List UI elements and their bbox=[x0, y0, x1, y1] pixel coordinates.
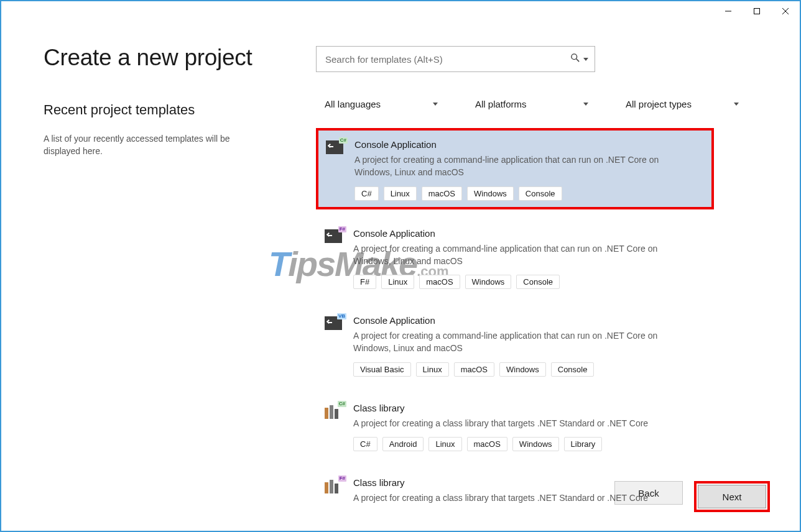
class-library-icon: F# bbox=[325, 479, 345, 493]
templates-list: C#Console ApplicationA project for creat… bbox=[316, 128, 757, 519]
window-titlebar bbox=[1, 1, 800, 21]
recent-empty-text: A list of your recently accessed templat… bbox=[44, 133, 267, 157]
filter-platform[interactable]: All platforms bbox=[466, 94, 595, 113]
console-icon: C# bbox=[326, 140, 346, 155]
language-badge: C# bbox=[338, 401, 346, 407]
svg-rect-1 bbox=[754, 9, 760, 14]
template-item[interactable]: C#Class libraryA project for creating a … bbox=[316, 393, 714, 459]
template-tag: Android bbox=[382, 437, 424, 451]
template-tag: Library bbox=[564, 437, 603, 451]
template-tags: C#AndroidLinuxmacOSWindowsLibrary bbox=[353, 437, 708, 451]
template-tag: Linux bbox=[416, 362, 449, 377]
chevron-down-icon bbox=[433, 103, 438, 106]
filter-platform-label: All platforms bbox=[475, 99, 527, 109]
template-tags: C#LinuxmacOSWindowsConsole bbox=[354, 186, 706, 201]
template-tag: Windows bbox=[499, 362, 546, 377]
template-tags: F#LinuxmacOSWindowsConsole bbox=[353, 275, 708, 289]
close-button[interactable] bbox=[771, 1, 800, 21]
maximize-button[interactable] bbox=[743, 1, 771, 21]
template-tag: macOS bbox=[419, 275, 460, 289]
search-input[interactable] bbox=[325, 54, 571, 65]
search-dropdown-caret[interactable] bbox=[583, 58, 588, 61]
template-description: A project for creating a class library t… bbox=[353, 492, 689, 504]
template-tag: Windows bbox=[512, 437, 559, 451]
template-tag: Console bbox=[551, 362, 595, 377]
template-description: A project for creating a command-line ap… bbox=[353, 242, 689, 268]
template-title: Console Application bbox=[353, 315, 708, 326]
language-badge: F# bbox=[338, 226, 346, 232]
template-item[interactable]: C#Console ApplicationA project for creat… bbox=[316, 128, 714, 209]
filter-project-type-label: All project types bbox=[626, 99, 692, 109]
template-tag: macOS bbox=[454, 362, 494, 377]
search-icon[interactable] bbox=[571, 53, 580, 65]
console-icon: F# bbox=[325, 229, 345, 244]
svg-point-4 bbox=[572, 54, 577, 60]
template-tag: C# bbox=[353, 437, 377, 451]
template-tag: Console bbox=[516, 275, 560, 289]
template-tag: Console bbox=[519, 186, 562, 201]
template-description: A project for creating a class library t… bbox=[353, 417, 689, 429]
template-description: A project for creating a command-line ap… bbox=[353, 329, 689, 355]
template-tag: Windows bbox=[467, 186, 514, 201]
console-icon: VB bbox=[325, 316, 345, 331]
chevron-down-icon bbox=[583, 103, 588, 106]
language-badge: VB bbox=[337, 313, 346, 319]
template-tag: C# bbox=[354, 186, 379, 201]
template-tag: Linux bbox=[428, 437, 461, 451]
template-description: A project for creating a command-line ap… bbox=[354, 154, 690, 179]
filter-language-label: All languages bbox=[325, 99, 381, 109]
language-badge: F# bbox=[338, 475, 346, 482]
template-tags: Visual BasicLinuxmacOSWindowsConsole bbox=[353, 362, 708, 377]
template-tag: macOS bbox=[422, 186, 462, 201]
template-item[interactable]: VBConsole ApplicationA project for creat… bbox=[316, 305, 714, 384]
template-tag: Linux bbox=[384, 186, 417, 201]
filter-project-type[interactable]: All project types bbox=[617, 94, 745, 113]
filter-language[interactable]: All languages bbox=[316, 94, 444, 113]
template-tag: Linux bbox=[381, 275, 414, 289]
template-title: Console Application bbox=[353, 228, 708, 239]
svg-line-5 bbox=[576, 59, 579, 62]
page-title: Create a new project bbox=[44, 45, 310, 71]
template-tag: F# bbox=[353, 275, 376, 289]
class-library-icon: C# bbox=[325, 404, 345, 419]
search-templates-box[interactable] bbox=[316, 46, 595, 72]
template-title: Class library bbox=[353, 477, 708, 488]
template-title: Console Application bbox=[354, 139, 706, 150]
template-tag: Visual Basic bbox=[353, 362, 411, 377]
recent-templates-heading: Recent project templates bbox=[44, 102, 310, 118]
template-title: Class library bbox=[353, 403, 708, 413]
chevron-down-icon bbox=[734, 103, 739, 106]
template-item[interactable]: F#Class libraryA project for creating a … bbox=[316, 467, 714, 519]
minimize-button[interactable] bbox=[714, 1, 743, 21]
template-tag: macOS bbox=[467, 437, 507, 451]
language-badge: C# bbox=[339, 137, 348, 144]
template-tag: Windows bbox=[465, 275, 512, 289]
template-item[interactable]: F#Console ApplicationA project for creat… bbox=[316, 218, 714, 297]
